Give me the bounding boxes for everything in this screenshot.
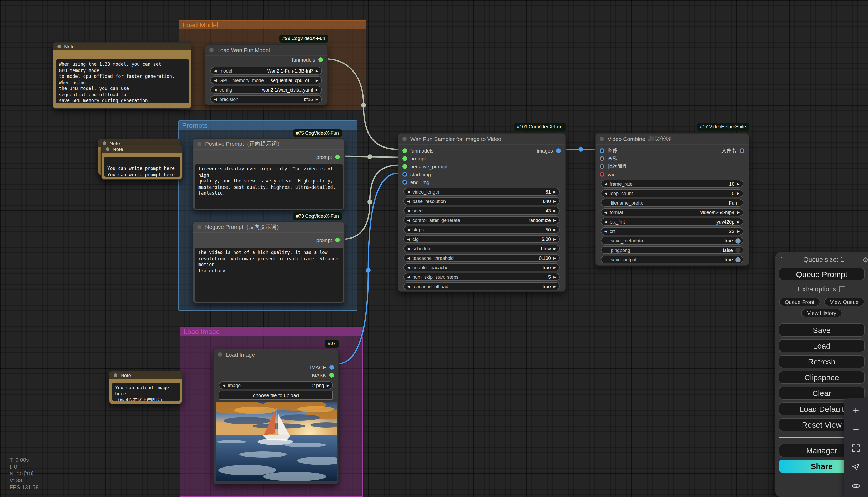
output-slot-prompt[interactable]: prompt (193, 236, 344, 244)
output-slot-mask[interactable]: MASK (214, 371, 338, 379)
widget-teacache-offload[interactable]: ◀teacache_offloadtrue▶ (403, 282, 560, 290)
input-dot-icon[interactable] (402, 172, 407, 177)
drag-handle-icon[interactable]: ⋮ (779, 257, 785, 262)
clipspace-button[interactable]: Clipspace (779, 371, 865, 384)
decrement-arrow-icon[interactable]: ◀ (407, 218, 410, 222)
input-dot-icon[interactable] (600, 164, 604, 169)
widget-num-skip-start-steps[interactable]: ◀num_skip_start_steps5▶ (403, 273, 560, 281)
node-note-model[interactable]: Note When using the 1.3B model, you can … (53, 42, 191, 109)
increment-arrow-icon[interactable]: ▶ (316, 88, 318, 92)
collapse-dot-icon[interactable] (600, 137, 604, 141)
decrement-arrow-icon[interactable]: ◀ (604, 182, 607, 186)
zoom-out-button[interactable]: − (849, 420, 863, 439)
increment-arrow-icon[interactable]: ▶ (316, 97, 318, 101)
positive-prompt-textarea[interactable]: fireworks display over night city. The v… (195, 164, 343, 209)
input-slot-prompt[interactable]: prompt (398, 155, 565, 162)
decrement-arrow-icon[interactable]: ◀ (214, 97, 217, 101)
decrement-arrow-icon[interactable]: ◀ (407, 189, 410, 194)
group-title[interactable]: Load Image (181, 327, 362, 336)
widget-image[interactable]: ◀ image 2.png ▶ (219, 381, 333, 389)
input-dot-icon[interactable] (600, 172, 604, 177)
note-textarea[interactable]: You can upload image here （你可以在此上传图片） (112, 383, 181, 401)
output-dot-icon[interactable] (318, 57, 323, 62)
collapse-dot-icon[interactable] (197, 225, 201, 229)
node-note-prompt[interactable]: Note You can write prompt here You can w… (101, 145, 183, 180)
collapse-dot-icon[interactable] (218, 352, 222, 357)
extra-options-checkbox[interactable] (839, 286, 845, 293)
increment-arrow-icon[interactable]: ▶ (553, 246, 556, 251)
node-video-combine[interactable]: Video Combine 🎥ⓋⒽⓈ 文件名 图像 音频 批次管理 v (595, 133, 749, 266)
collapse-dot-icon[interactable] (209, 48, 214, 52)
group-title[interactable]: Prompts (179, 121, 357, 130)
widget-config[interactable]: ◀ config wan2.1/wan_civitai.yaml ▶ (210, 86, 322, 94)
widget-precision[interactable]: ◀ precision bf16 ▶ (210, 95, 322, 103)
save-button[interactable]: Save (779, 324, 865, 337)
increment-arrow-icon[interactable]: ▶ (737, 182, 740, 186)
node-title-bar[interactable]: Load Image (214, 349, 338, 360)
decrement-arrow-icon[interactable]: ◀ (604, 191, 607, 195)
group-title[interactable]: Load Model (180, 20, 366, 29)
input-slot-negative-prompt[interactable]: negative_prompt (398, 162, 565, 170)
increment-arrow-icon[interactable]: ▶ (553, 275, 556, 279)
node-title-bar[interactable]: Positive Prompt（正向提示词） (193, 139, 344, 150)
decrement-arrow-icon[interactable]: ◀ (214, 69, 217, 73)
choose-file-button[interactable]: choose file to upload (219, 391, 333, 400)
widget-crf[interactable]: ◀crf22▶ (601, 227, 743, 235)
output-slot-funmodels[interactable]: funmodels (205, 56, 327, 63)
input-slot-start-img[interactable]: start_img (398, 170, 565, 178)
input-dot-icon[interactable] (600, 156, 604, 161)
zoom-in-button[interactable]: + (849, 401, 863, 420)
node-note-image[interactable]: Note You can upload image here （你可以在此上传图… (109, 371, 183, 404)
select-mode-button[interactable] (849, 457, 863, 477)
collapse-dot-icon[interactable] (57, 45, 61, 48)
collapse-dot-icon[interactable] (197, 142, 201, 146)
decrement-arrow-icon[interactable]: ◀ (407, 265, 410, 270)
widget-save-metadata-toggle[interactable]: save_metadatatrue (601, 237, 743, 244)
node-title-bar[interactable]: Load Wan Fun Model (205, 45, 327, 56)
increment-arrow-icon[interactable]: ▶ (327, 383, 329, 387)
increment-arrow-icon[interactable]: ▶ (553, 189, 556, 194)
widget-filename-prefix[interactable]: filename_prefixFun (601, 199, 743, 207)
increment-arrow-icon[interactable]: ▶ (553, 218, 556, 222)
decrement-arrow-icon[interactable]: ◀ (604, 229, 607, 233)
increment-arrow-icon[interactable]: ▶ (553, 209, 556, 213)
widget-scheduler[interactable]: ◀schedulerFlow▶ (403, 244, 560, 253)
note-textarea[interactable]: When using the 1.3B model, you can set G… (56, 59, 189, 103)
increment-arrow-icon[interactable]: ▶ (737, 219, 740, 224)
node-title-bar[interactable]: Note (101, 145, 182, 153)
input-slot-end-img[interactable]: end_img (398, 178, 565, 186)
queue-prompt-button[interactable]: Queue Prompt (779, 268, 865, 280)
widget-teacache-threshold[interactable]: ◀teacache_threshold0.100▶ (403, 254, 560, 262)
widget-pix-fmt[interactable]: ◀pix_fmtyuv420p▶ (601, 218, 743, 226)
decrement-arrow-icon[interactable]: ◀ (407, 199, 410, 203)
decrement-arrow-icon[interactable]: ◀ (214, 78, 217, 82)
collapse-dot-icon[interactable] (402, 137, 407, 141)
settings-gear-icon[interactable]: ⚙ (862, 256, 868, 264)
output-dot-icon[interactable] (335, 155, 340, 159)
fit-view-button[interactable] (849, 439, 863, 457)
decrement-arrow-icon[interactable]: ◀ (407, 246, 410, 251)
output-dot-icon[interactable] (556, 148, 561, 153)
input-dot-icon[interactable] (402, 148, 407, 153)
output-dot-icon[interactable] (329, 373, 334, 378)
input-slot-audio[interactable]: 音频 (596, 155, 749, 162)
increment-arrow-icon[interactable]: ▶ (553, 199, 556, 203)
note-textarea[interactable]: You can write prompt here You can write … (104, 157, 181, 177)
load-button[interactable]: Load (779, 339, 865, 352)
node-load-wan-fun-model[interactable]: Load Wan Fun Model funmodels ◀ model Wan… (205, 44, 328, 105)
increment-arrow-icon[interactable]: ▶ (553, 227, 556, 232)
node-title-bar[interactable]: Note (110, 371, 182, 379)
node-title-bar[interactable]: Video Combine 🎥ⓋⒽⓈ (596, 133, 749, 145)
decrement-arrow-icon[interactable]: ◀ (407, 256, 410, 260)
decrement-arrow-icon[interactable]: ◀ (214, 88, 217, 92)
node-negative-prompt[interactable]: Negtive Prompt（反向提示词） prompt The video i… (193, 222, 344, 303)
input-dot-icon[interactable] (402, 156, 407, 161)
output-slot-prompt[interactable]: prompt (193, 153, 344, 161)
increment-arrow-icon[interactable]: ▶ (737, 210, 740, 214)
increment-arrow-icon[interactable]: ▶ (553, 265, 556, 270)
input-dot-icon[interactable] (402, 180, 407, 185)
decrement-arrow-icon[interactable]: ◀ (604, 219, 607, 224)
toggle-visibility-button[interactable] (849, 477, 863, 495)
output-slot-images[interactable]: images (537, 147, 561, 155)
widget-cfg[interactable]: ◀cfg6.00▶ (403, 235, 560, 243)
